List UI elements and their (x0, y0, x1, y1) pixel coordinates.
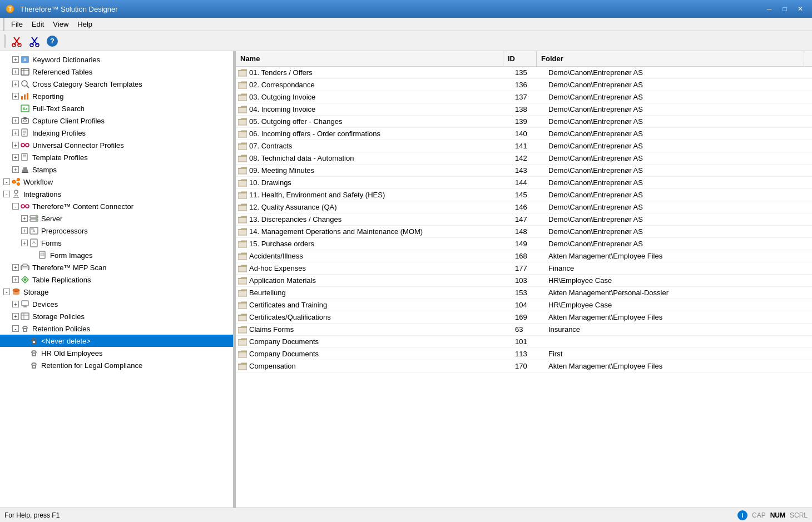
toolbar-help-button[interactable]: ? (44, 33, 60, 49)
expander-devices[interactable]: + (11, 300, 20, 309)
menu-help[interactable]: Help (73, 19, 97, 29)
row-folder-icon (236, 275, 247, 287)
tree-item-server[interactable]: +Server (0, 212, 233, 225)
row-name: Company Documents (247, 350, 513, 358)
tree-item-devices[interactable]: +Devices (0, 298, 233, 310)
table-row[interactable]: Certificates/Qualifications169Akten Mana… (236, 311, 812, 324)
expander-table-replications[interactable]: + (11, 275, 20, 284)
tree-item-fulltext[interactable]: AzFull-Text Search (0, 102, 233, 115)
table-row[interactable]: Claims Forms63Insurance (236, 324, 812, 336)
tree-item-cross-category[interactable]: +Cross Category Search Templates (0, 78, 233, 90)
table-row[interactable]: 10. Drawings144Demo\Canon\Entreprenør AS (236, 177, 812, 189)
menu-edit[interactable]: Edit (27, 19, 48, 29)
expander-preprocessors[interactable]: + (20, 226, 29, 235)
expander-capture-profiles[interactable]: + (11, 116, 20, 125)
menu-file[interactable]: File (7, 19, 27, 29)
minimize-button[interactable]: ─ (762, 3, 776, 14)
tree-item-table-replications[interactable]: +Table Replications (0, 274, 233, 286)
expander-template-profiles[interactable]: + (11, 153, 20, 162)
table-row[interactable]: 09. Meeting Minutes143Demo\Canon\Entrepr… (236, 165, 812, 177)
tree-item-indexing-profiles[interactable]: +Indexing Profiles (0, 127, 233, 139)
expander-indexing-profiles[interactable]: + (11, 128, 20, 137)
table-row[interactable]: 05. Outgoing offer - Changes139Demo\Cano… (236, 116, 812, 128)
table-row[interactable]: Application Materials103HR\Employee Case (236, 275, 812, 287)
maximize-button[interactable]: □ (778, 3, 792, 14)
col-header-id[interactable]: ID (503, 51, 537, 66)
expander-forms[interactable]: + (20, 238, 29, 247)
tree-item-form-images[interactable]: Form Images (0, 249, 233, 261)
expander-universal-connector[interactable]: + (11, 141, 20, 150)
tree-item-workflow[interactable]: -Workflow (0, 176, 233, 188)
table-row[interactable]: 03. Outgoing Invoice137Demo\Canon\Entrep… (236, 91, 812, 103)
table-row[interactable]: 04. Incoming Invoice138Demo\Canon\Entrep… (236, 103, 812, 116)
tree-item-forms[interactable]: +AForms (0, 237, 233, 249)
expander-storage-policies[interactable]: + (11, 312, 20, 321)
tree-item-retention-policies[interactable]: -Retention Policies (0, 322, 233, 335)
table-row[interactable]: 15. Purchase orders149Demo\Canon\Entrepr… (236, 238, 812, 250)
expander-fulltext[interactable] (11, 104, 20, 113)
row-folder: Demo\Canon\Entreprenør AS (546, 191, 812, 199)
expander-content-connector[interactable]: - (11, 202, 20, 211)
tree-container: +AKeyword Dictionaries+Referenced Tables… (0, 51, 233, 508)
table-row[interactable]: Compensation170Akten Management\Employee… (236, 360, 812, 372)
tree-item-reporting[interactable]: +Reporting (0, 90, 233, 102)
expander-form-images[interactable] (29, 251, 38, 260)
table-row[interactable]: 02. Correspondance136Demo\Canon\Entrepre… (236, 79, 812, 91)
tree-item-never-delete[interactable]: <Never delete> (0, 335, 233, 347)
table-row[interactable]: 07. Contracts141Demo\Canon\Entreprenør A… (236, 140, 812, 152)
row-folder-icon (236, 336, 247, 348)
tree-item-mfp-scan[interactable]: +Therefore™ MFP Scan (0, 261, 233, 274)
expander-storage[interactable]: - (2, 287, 11, 296)
toolbar-copy-button[interactable] (27, 33, 42, 49)
expander-retention-policies[interactable]: - (11, 324, 20, 333)
tree-item-template-profiles[interactable]: +Template Profiles (0, 151, 233, 163)
tree-item-integrations[interactable]: -Integrations (0, 188, 233, 200)
expander-cross-category[interactable]: + (11, 79, 20, 88)
row-id: 135 (513, 68, 546, 77)
table-row[interactable]: 11. Health, Environment and Safety (HES)… (236, 189, 812, 201)
toolbar-cut-button[interactable] (9, 33, 24, 49)
tree-item-referenced-tables[interactable]: +Referenced Tables (0, 66, 233, 78)
table-row[interactable]: 12. Quality Assurance (QA)146Demo\Canon\… (236, 201, 812, 213)
table-row[interactable]: Company Documents101 (236, 336, 812, 348)
tree-item-stamps[interactable]: +Stamps (0, 163, 233, 176)
expander-never-delete[interactable] (20, 336, 29, 345)
expander-keyword-dicts[interactable]: + (11, 55, 20, 64)
svg-point-70 (26, 205, 29, 208)
tree-item-hr-old-employees[interactable]: HR Old Employees (0, 347, 233, 359)
table-row[interactable]: 01. Tenders / Offers135Demo\Canon\Entrep… (236, 67, 812, 79)
table-row[interactable]: Accidents/Illness168Akten Management\Emp… (236, 250, 812, 262)
expander-integrations[interactable]: - (2, 190, 11, 198)
table-row[interactable]: 13. Discrepancies / Changes147Demo\Canon… (236, 213, 812, 226)
expander-referenced-tables[interactable]: + (11, 67, 20, 76)
menu-view[interactable]: View (48, 19, 73, 29)
table-row[interactable]: 06. Incoming offers - Order confirmation… (236, 128, 812, 140)
table-row[interactable]: Ad-hoc Expenses177Finance (236, 262, 812, 275)
tree-item-universal-connector[interactable]: +Universal Connector Profiles (0, 139, 233, 151)
expander-retention-legal[interactable] (20, 361, 29, 370)
col-header-folder[interactable]: Folder (537, 51, 804, 66)
table-row[interactable]: Beurteilung153Akten Management\Personal-… (236, 287, 812, 299)
table-row[interactable]: Certificates and Training104HR\Employee … (236, 299, 812, 311)
tree-item-retention-legal[interactable]: Retention for Legal Compliance (0, 359, 233, 371)
icon-referenced-tables (20, 67, 30, 77)
row-id: 113 (513, 350, 546, 358)
expander-reporting[interactable]: + (11, 92, 20, 101)
close-button[interactable]: ✕ (793, 3, 808, 14)
tree-item-storage[interactable]: -Storage (0, 286, 233, 298)
expander-server[interactable]: + (20, 214, 29, 223)
expander-hr-old-employees[interactable] (20, 349, 29, 357)
tree-item-content-connector[interactable]: -Therefore™ Content Connector (0, 200, 233, 212)
tree-item-storage-policies[interactable]: +Storage Policies (0, 310, 233, 322)
icon-workflow (11, 177, 21, 187)
expander-stamps[interactable]: + (11, 165, 20, 174)
table-row[interactable]: 08. Technichal data - Automation142Demo\… (236, 152, 812, 165)
expander-workflow[interactable]: - (2, 177, 11, 186)
expander-mfp-scan[interactable]: + (11, 263, 20, 272)
tree-item-preprocessors[interactable]: +APreprocessors (0, 225, 233, 237)
table-row[interactable]: 14. Management Operations and Maintenanc… (236, 226, 812, 238)
table-row[interactable]: Company Documents113First (236, 348, 812, 360)
tree-item-capture-profiles[interactable]: +Capture Client Profiles (0, 115, 233, 127)
tree-item-keyword-dicts[interactable]: +AKeyword Dictionaries (0, 53, 233, 66)
col-header-name[interactable]: Name (236, 51, 503, 66)
